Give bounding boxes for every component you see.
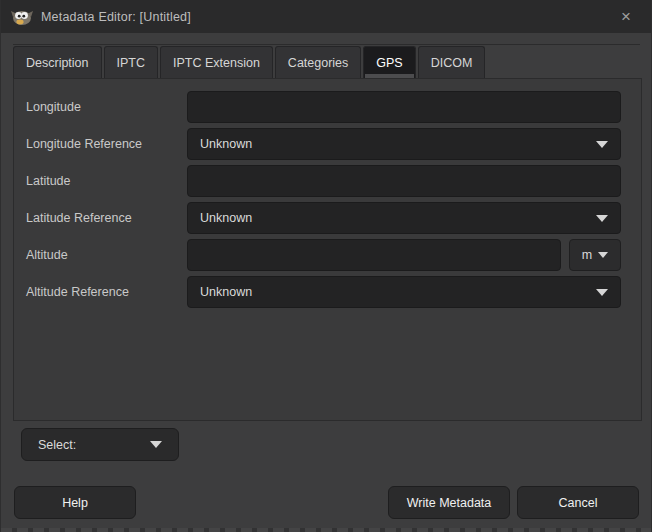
titlebar: Metadata Editor: [Untitled] × [1,0,651,33]
latitude-input[interactable] [187,165,621,197]
tab-gps[interactable]: GPS [363,46,415,78]
chevron-down-icon [596,141,608,148]
tab-iptc-extension[interactable]: IPTC Extension [160,46,273,78]
longitude-reference-label: Longitude Reference [26,128,175,160]
help-button[interactable]: Help [14,486,136,519]
altitude-label: Altitude [26,239,175,271]
longitude-input[interactable] [187,91,621,123]
chevron-down-icon [596,289,608,296]
altitude-reference-value: Unknown [200,285,252,299]
select-dropdown[interactable]: Select: [21,428,179,461]
tab-iptc[interactable]: IPTC [104,46,158,78]
latitude-reference-label: Latitude Reference [26,202,175,234]
latitude-label: Latitude [26,165,175,197]
altitude-reference-label: Altitude Reference [26,276,175,308]
gimp-wilber-icon [11,8,33,26]
altitude-unit-value: m [582,248,592,262]
altitude-input[interactable] [187,239,561,271]
metadata-editor-dialog: Metadata Editor: [Untitled] × Descriptio… [0,0,652,532]
chevron-down-icon [150,441,162,448]
select-dropdown-label: Select: [38,438,76,452]
write-metadata-button[interactable]: Write Metadata [388,486,510,519]
altitude-row: m [187,239,621,271]
longitude-reference-dropdown[interactable]: Unknown [187,128,621,160]
metadata-tabs: Description IPTC IPTC Extension Categori… [13,44,640,78]
window-resize-edge[interactable] [1,528,651,532]
chevron-down-icon [596,215,608,222]
longitude-reference-value: Unknown [200,137,252,151]
altitude-unit-dropdown[interactable]: m [569,239,621,271]
tab-categories[interactable]: Categories [275,46,361,78]
longitude-label: Longitude [26,91,175,123]
tab-dicom[interactable]: DICOM [418,46,486,78]
window-title: Metadata Editor: [Untitled] [41,10,191,24]
latitude-reference-dropdown[interactable]: Unknown [187,202,621,234]
altitude-reference-dropdown[interactable]: Unknown [187,276,621,308]
gps-form: Longitude Longitude Reference Unknown La… [26,91,621,308]
close-icon[interactable]: × [611,0,641,33]
chevron-down-icon [598,252,608,258]
gps-tab-panel: Longitude Longitude Reference Unknown La… [13,78,642,421]
tab-description[interactable]: Description [13,46,102,78]
cancel-button[interactable]: Cancel [517,486,639,519]
latitude-reference-value: Unknown [200,211,252,225]
